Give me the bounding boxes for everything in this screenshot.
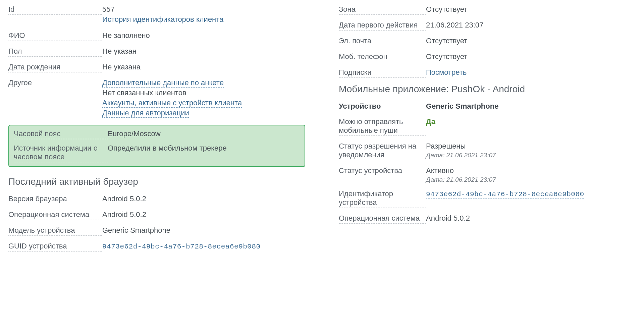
label-first-action: Дата первого действия — [339, 21, 426, 31]
label-phone: Моб. телефон — [339, 52, 426, 62]
row-id: Id 557 История идентификаторов клиента — [8, 5, 305, 25]
label-push-allowed: Можно отправлять мобильные пуши — [339, 117, 426, 136]
link-device-id[interactable]: 9473e62d-49bc-4a76-b728-8ecea6e9b080 — [426, 190, 584, 199]
device-status-date: Дата: 21.06.2021 23:07 — [426, 176, 636, 183]
label-device: Устройство — [339, 102, 426, 111]
timezone-highlight-box: Часовой пояс Europe/Moscow Источник инфо… — [8, 125, 305, 167]
row-device-id: Идентификатор устройства 9473e62d-49bc-4… — [339, 189, 636, 208]
row-permission-status: Статус разрешения на уведомления Разреше… — [339, 142, 636, 160]
value-subscriptions: Посмотреть — [426, 68, 636, 77]
value-browser-version: Android 5.0.2 — [102, 194, 305, 203]
value-timezone: Europe/Moscow — [108, 129, 300, 138]
section-title-browser: Последний активный браузер — [8, 176, 305, 187]
row-zone: Зона Отсутствует — [339, 5, 636, 15]
label-email: Эл. почта — [339, 37, 426, 46]
label-timezone-source: Источник информации о часовом поясе — [14, 144, 108, 162]
value-push-allowed: Да — [426, 117, 636, 126]
label-dob: Дата рождения — [8, 63, 102, 72]
permission-status-date: Дата: 21.06.2021 23:07 — [426, 152, 636, 159]
row-device-model: Модель устройства Generic Smartphone — [8, 226, 305, 236]
row-os: Операционная система Android 5.0.2 — [8, 210, 305, 220]
label-device-model: Модель устройства — [8, 226, 102, 236]
label-fio: ФИО — [8, 31, 102, 41]
row-email: Эл. почта Отсутствует — [339, 37, 636, 46]
permission-status-text: Разрешены — [426, 142, 636, 151]
label-permission-status: Статус разрешения на уведомления — [339, 142, 426, 160]
value-email: Отсутствует — [426, 37, 636, 45]
id-number: 557 — [102, 5, 305, 14]
label-zone: Зона — [339, 5, 426, 15]
details-columns: Id 557 История идентификаторов клиента Ф… — [8, 5, 636, 258]
row-fio: ФИО Не заполнено — [8, 31, 305, 41]
value-device-status: Активно Дата: 21.06.2021 23:07 — [426, 166, 636, 183]
value-id: 557 История идентификаторов клиента — [102, 5, 305, 25]
label-os: Операционная система — [8, 210, 102, 220]
label-timezone: Часовой пояс — [14, 129, 108, 139]
value-zone: Отсутствует — [426, 5, 636, 14]
row-subscriptions: Подписки Посмотреть — [339, 68, 636, 78]
value-timezone-source: Определили в мобильном трекере — [108, 144, 300, 153]
value-app-os: Android 5.0.2 — [426, 214, 636, 223]
value-device-id: 9473e62d-49bc-4a76-b728-8ecea6e9b080 — [426, 189, 636, 198]
row-gender: Пол Не указан — [8, 47, 305, 57]
label-device-status: Статус устройства — [339, 166, 426, 176]
value-guid: 9473e62d-49bc-4a76-b728-8ecea6e9b080 — [102, 242, 305, 250]
label-browser-version: Версия браузера — [8, 194, 102, 204]
row-push-allowed: Можно отправлять мобильные пуши Да — [339, 117, 636, 136]
link-id-history[interactable]: История идентификаторов клиента — [102, 15, 223, 24]
row-first-action: Дата первого действия 21.06.2021 23:07 — [339, 21, 636, 31]
value-device: Generic Smartphone — [426, 102, 636, 111]
value-gender: Не указан — [102, 47, 305, 56]
value-other: Дополнительные данные по анкете Нет связ… — [102, 78, 305, 119]
value-device-model: Generic Smartphone — [102, 226, 305, 235]
text-no-linked-clients: Нет связанных клиентов — [102, 89, 305, 97]
value-fio: Не заполнено — [102, 31, 305, 40]
label-device-id: Идентификатор устройства — [339, 189, 426, 208]
link-subscriptions-view[interactable]: Посмотреть — [426, 68, 467, 77]
link-active-accounts[interactable]: Аккаунты, активные с устройств клиента — [102, 99, 242, 108]
value-os: Android 5.0.2 — [102, 210, 305, 219]
value-first-action: 21.06.2021 23:07 — [426, 21, 636, 30]
label-guid: GUID устройства — [8, 242, 102, 252]
value-dob: Не указана — [102, 63, 305, 71]
link-extra-data[interactable]: Дополнительные данные по анкете — [102, 78, 224, 88]
value-permission-status: Разрешены Дата: 21.06.2021 23:07 — [426, 142, 636, 159]
right-column: Зона Отсутствует Дата первого действия 2… — [339, 5, 636, 258]
device-status-text: Активно — [426, 166, 636, 175]
row-device: Устройство Generic Smartphone — [339, 102, 636, 111]
link-auth-data[interactable]: Данные для авторизации — [102, 109, 189, 118]
row-guid: GUID устройства 9473e62d-49bc-4a76-b728-… — [8, 242, 305, 252]
label-other: Другое — [8, 78, 102, 88]
label-app-os: Операционная система — [339, 214, 426, 224]
row-timezone: Часовой пояс Europe/Moscow — [14, 129, 300, 139]
label-gender: Пол — [8, 47, 102, 57]
row-dob: Дата рождения Не указана — [8, 63, 305, 72]
row-browser-version: Версия браузера Android 5.0.2 — [8, 194, 305, 204]
row-phone: Моб. телефон Отсутствует — [339, 52, 636, 62]
left-column: Id 557 История идентификаторов клиента Ф… — [8, 5, 305, 258]
value-phone: Отсутствует — [426, 52, 636, 61]
row-device-status: Статус устройства Активно Дата: 21.06.20… — [339, 166, 636, 183]
row-other: Другое Дополнительные данные по анкете Н… — [8, 78, 305, 119]
row-timezone-source: Источник информации о часовом поясе Опре… — [14, 144, 300, 162]
row-app-os: Операционная система Android 5.0.2 — [339, 214, 636, 224]
label-id: Id — [8, 5, 102, 15]
section-title-mobile-app: Мобильные приложение: PushOk - Android — [339, 84, 636, 95]
label-subscriptions: Подписки — [339, 68, 426, 78]
link-guid[interactable]: 9473e62d-49bc-4a76-b728-8ecea6e9b080 — [102, 243, 261, 251]
